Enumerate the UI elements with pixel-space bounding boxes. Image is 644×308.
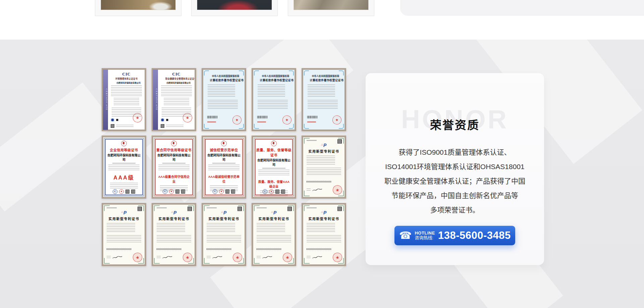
signature-label xyxy=(307,256,311,259)
certificate-patent[interactable]: ∴P 实用新型专利证书 ★ xyxy=(202,203,246,266)
certificate-credit[interactable]: 重合同守信用等级证书 合肥珂玛环保科技有限公司 AAA级重合同守信用企业 C ★ xyxy=(152,136,196,199)
certificate-text-lines xyxy=(257,223,285,233)
qr-code xyxy=(161,124,164,128)
barcode xyxy=(307,116,317,118)
red-seal-emblem xyxy=(271,141,277,146)
top-section xyxy=(0,0,644,40)
hotline-button[interactable]: ☎ HOTLINE 咨询热线: 138-5600-3485 xyxy=(394,226,515,245)
credit-org-emblem: C xyxy=(263,189,267,194)
certificate-award: AAA级诚信经营示范单位 xyxy=(207,174,240,184)
certificate-brand: CIC xyxy=(110,72,143,77)
certificate-copyright[interactable]: 中华人民共和国国家版权局 计算机软件著作权登记证书 ★ xyxy=(252,68,296,131)
barcode xyxy=(307,181,331,183)
certificate-text-lines xyxy=(114,98,139,106)
signature xyxy=(162,255,173,259)
certificate-number-line xyxy=(207,207,217,208)
barcode xyxy=(257,116,267,118)
red-seal-emblem xyxy=(121,141,127,146)
certificate-title: 实用新型专利证书 xyxy=(103,216,145,221)
certificate-number-line xyxy=(257,207,267,208)
case-card[interactable] xyxy=(191,0,278,16)
certificate-number-line xyxy=(157,207,167,208)
cnipa-logo: ∴P xyxy=(103,210,145,215)
certificate-patent[interactable]: ∴P 实用新型专利证书 ★ xyxy=(152,203,196,266)
certificate-number-line xyxy=(307,207,317,208)
certificate-title: 重合同守信用等级证书 xyxy=(156,147,192,152)
red-star-seal: ★ xyxy=(282,115,292,125)
divider xyxy=(112,163,135,164)
red-star-emblem: ★ xyxy=(119,189,124,194)
certificate-title: 计算机软件著作权登记证书 xyxy=(260,79,288,82)
signature-label xyxy=(257,256,261,259)
red-seal-emblem xyxy=(171,141,177,146)
certificate-patent[interactable]: ∴P 实用新型专利证书 ★ xyxy=(102,203,146,266)
certificate-text-lines xyxy=(108,165,139,171)
certificate-number-line xyxy=(107,207,117,208)
certificate-text-lines xyxy=(158,165,189,171)
qr-code xyxy=(275,190,279,194)
cnipa-logo: ∴P xyxy=(203,210,245,215)
barcode xyxy=(207,116,217,118)
certificate-authority: 中华人民共和国国家版权局 xyxy=(312,75,336,78)
signature xyxy=(212,255,223,259)
certificate-text-lines xyxy=(157,223,185,233)
case-card[interactable] xyxy=(95,0,181,16)
qr-code xyxy=(125,190,129,194)
certificate-title: 实用新型专利证书 xyxy=(303,149,345,154)
certificate-award: AAA级重合同守信用企业 xyxy=(157,174,190,184)
certificate-patent[interactable]: ∴P 实用新型专利证书 ★ xyxy=(302,203,346,266)
certificate-text-lines xyxy=(111,86,142,96)
hotline-label-zh: 咨询热线: xyxy=(415,236,433,240)
certificate-side-label: CERTIFICATE xyxy=(103,69,108,130)
certificate-patent[interactable]: ∴P 实用新型专利证书 ★ xyxy=(252,203,296,266)
certificate-text-lines xyxy=(107,235,141,244)
barcode xyxy=(307,248,331,250)
certificate-company: 合肥珂玛环保科技有限公司 xyxy=(116,82,137,84)
barcode xyxy=(157,248,181,250)
certificate-text-lines xyxy=(307,156,335,166)
top-right-panel xyxy=(400,0,644,16)
background-pattern-shape xyxy=(0,83,116,212)
certificate-copyright[interactable]: 中华人民共和国国家版权局 计算机软件著作权登记证书 ★ xyxy=(202,68,246,131)
certificate-credit[interactable]: 质量、服务、信誉等级证书 合肥珂玛环保科技有限公司 质量、服务、信誉AAA级企业… xyxy=(252,136,296,199)
certificate-cic[interactable]: CERTIFICATE CIC 环境管理体系认证证书 合肥珂玛环保科技有限公司 … xyxy=(102,68,146,131)
certificate-credit[interactable]: 诚信经营示范单位 合肥珂玛环保科技有限公司 AAA级诚信经营示范单位 C ★ xyxy=(202,136,246,199)
certificate-credit[interactable]: 企业信用等级证书 合肥珂玛环保科技有限公司 AAA级 C ★ xyxy=(102,136,146,199)
qr-code xyxy=(111,124,114,128)
signature-label xyxy=(157,256,161,259)
divider xyxy=(212,163,235,164)
credit-org-emblem: C xyxy=(113,189,117,194)
qr-code xyxy=(231,190,235,194)
certificate-title: 实用新型专利证书 xyxy=(303,216,345,221)
red-seal-emblem xyxy=(221,141,227,146)
certificate-text-lines xyxy=(308,85,335,98)
certificate-authority: 中华人民共和国国家版权局 xyxy=(212,75,236,78)
certificate-patent[interactable]: ∴P 实用新型专利证书 ★ xyxy=(302,136,346,199)
barcode xyxy=(257,248,281,250)
certificate-text-lines xyxy=(208,165,239,171)
certificate-company: 合肥珂玛环保科技有限公司 xyxy=(206,153,242,162)
certificate-title: 实用新型专利证书 xyxy=(153,216,195,221)
certificate-text-lines xyxy=(110,183,138,189)
certificate-text-lines xyxy=(157,235,191,244)
hotline-number: 138-5600-3485 xyxy=(438,229,511,242)
signature xyxy=(262,255,273,259)
certificate-cic[interactable]: CERTIFICATE CIC 职业健康安全管理体系认证证书 合肥珂玛环保科技有… xyxy=(152,68,196,131)
certificate-text-lines xyxy=(208,100,238,109)
page: CERTIFICATE CIC 环境管理体系认证证书 合肥珂玛环保科技有限公司 … xyxy=(0,0,644,308)
certificate-text-lines xyxy=(208,85,235,98)
case-card[interactable] xyxy=(288,0,374,16)
case-photo-excavation xyxy=(101,0,176,10)
red-star-emblem: ★ xyxy=(219,189,224,194)
certificate-grid: CERTIFICATE CIC 环境管理体系认证证书 合肥珂玛环保科技有限公司 … xyxy=(102,68,346,266)
case-photo-machinery xyxy=(197,0,272,10)
certificate-copyright[interactable]: 中华人民共和国国家版权局 计算机软件著作权登记证书 ★ xyxy=(302,68,346,131)
certificate-title: 环境管理体系认证证书 xyxy=(115,78,138,80)
certificate-side-label: CERTIFICATE xyxy=(153,69,158,130)
certificate-brand: CIC xyxy=(160,72,193,77)
certificate-title: 诚信经营示范单位 xyxy=(206,147,242,152)
certificate-award: 质量、服务、信誉AAA级企业 xyxy=(257,179,290,189)
cnipa-logo: ∴P xyxy=(153,210,195,215)
certificate-text-lines xyxy=(258,170,289,176)
qr-code xyxy=(225,190,229,194)
